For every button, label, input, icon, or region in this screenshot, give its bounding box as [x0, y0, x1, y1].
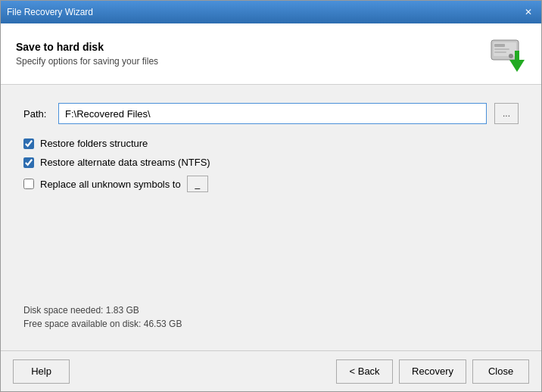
- checkbox-row-1: Restore folders structure: [23, 138, 519, 149]
- browse-button[interactable]: ...: [494, 103, 519, 124]
- recovery-button[interactable]: Recovery: [399, 359, 466, 384]
- header-icon: [487, 34, 526, 73]
- window-title: File Recovery Wizard: [7, 7, 93, 17]
- header-section: Save to hard disk Specify options for sa…: [1, 23, 541, 85]
- restore-folders-label[interactable]: Restore folders structure: [40, 138, 148, 149]
- bottom-right: < Back Recovery Close: [336, 359, 529, 384]
- svg-rect-4: [494, 48, 509, 50]
- disk-icon: [487, 34, 526, 73]
- bottom-bar: Help < Back Recovery Close: [1, 350, 541, 391]
- svg-rect-5: [494, 51, 506, 53]
- main-window: File Recovery Wizard ✕ Save to hard disk…: [0, 0, 542, 392]
- svg-rect-7: [515, 51, 519, 61]
- path-input[interactable]: [58, 103, 487, 124]
- svg-point-2: [509, 54, 513, 58]
- disk-space-needed: Disk space needed: 1.83 GB: [23, 305, 519, 316]
- back-button[interactable]: < Back: [336, 359, 393, 384]
- main-content: Path: ... Restore folders structure Rest…: [1, 85, 541, 350]
- close-button[interactable]: Close: [472, 359, 529, 384]
- svg-marker-6: [509, 60, 525, 72]
- replace-symbols-label[interactable]: Replace all unknown symbols to: [40, 179, 181, 190]
- title-bar-controls: ✕: [522, 5, 535, 19]
- checkbox-row-2: Restore alternate data streams (NTFS): [23, 157, 519, 168]
- replace-row: Replace all unknown symbols to: [23, 176, 519, 192]
- page-subtitle: Specify options for saving your files: [16, 56, 158, 67]
- close-window-button[interactable]: ✕: [522, 5, 535, 19]
- free-space-available: Free space available on disk: 46.53 GB: [23, 319, 519, 329]
- path-row: Path: ...: [23, 103, 519, 124]
- replace-symbol-input[interactable]: [187, 176, 208, 192]
- svg-rect-3: [494, 44, 505, 47]
- bottom-left: Help: [13, 359, 70, 384]
- restore-streams-label[interactable]: Restore alternate data streams (NTFS): [40, 157, 210, 168]
- replace-symbols-checkbox[interactable]: [23, 179, 34, 189]
- title-bar: File Recovery Wizard ✕: [1, 1, 541, 23]
- disk-info: Disk space needed: 1.83 GB Free space av…: [23, 297, 519, 332]
- restore-folders-checkbox[interactable]: [23, 138, 34, 149]
- help-button[interactable]: Help: [13, 359, 70, 384]
- header-text: Save to hard disk Specify options for sa…: [16, 41, 158, 67]
- checkboxes-section: Restore folders structure Restore altern…: [23, 138, 519, 192]
- path-label: Path:: [23, 108, 51, 120]
- restore-streams-checkbox[interactable]: [23, 157, 34, 168]
- page-title: Save to hard disk: [16, 41, 158, 53]
